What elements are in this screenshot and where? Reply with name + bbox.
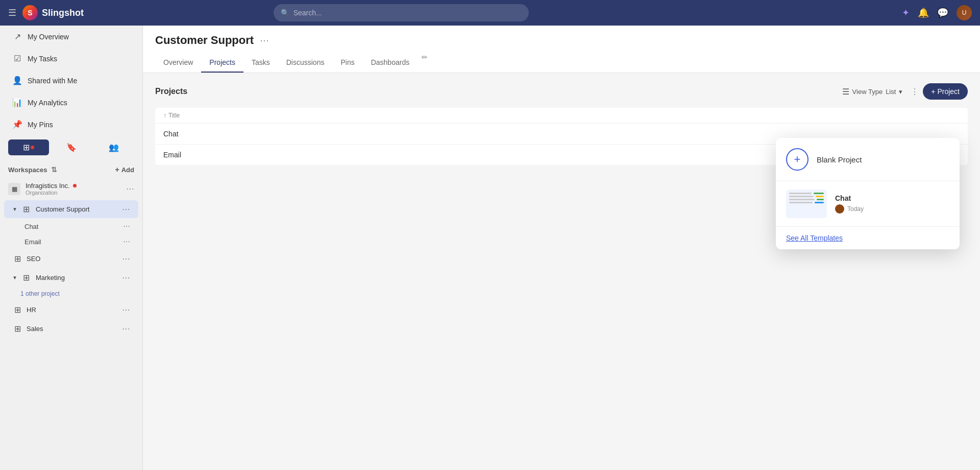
- subproject-more-icon[interactable]: ⋯: [123, 222, 130, 230]
- tab-pins[interactable]: Pins: [332, 53, 362, 73]
- sidebar-item-label: My Pins: [28, 121, 53, 129]
- tab-dot: [31, 146, 34, 149]
- org-dot: [73, 184, 77, 187]
- add-workspace-button[interactable]: + Add: [115, 166, 134, 174]
- template-avatar: [835, 204, 844, 214]
- workspace-sales[interactable]: ⊞ Sales ⋯: [4, 320, 138, 338]
- sidebar-item-my-analytics[interactable]: 📊 My Analytics: [4, 92, 138, 112]
- add-icon: +: [115, 166, 119, 174]
- workspace-seo[interactable]: ⊞ SEO ⋯: [4, 250, 138, 268]
- projects-section: Projects ☰ View Type List ▾ ⋮ + Project …: [143, 73, 980, 470]
- subproject-more-icon[interactable]: ⋯: [123, 238, 130, 246]
- projects-header: Projects ☰ View Type List ▾ ⋮ + Project: [155, 83, 968, 100]
- tab-people[interactable]: 👥: [93, 139, 134, 155]
- tab-dashboards[interactable]: Dashboards: [363, 53, 418, 73]
- sparkle-icon[interactable]: ✦: [902, 7, 910, 18]
- project-more-icon[interactable]: ⋯: [122, 254, 130, 264]
- pins-icon: 📌: [12, 120, 22, 129]
- project-more-icon[interactable]: ⋯: [122, 273, 130, 283]
- project-name: Sales: [27, 325, 118, 333]
- org-info: Infragistics Inc. Organization: [26, 182, 121, 196]
- sidebar-item-label: My Tasks: [28, 55, 57, 63]
- projects-title: Projects: [155, 87, 838, 96]
- tab-projects[interactable]: Projects: [201, 53, 243, 73]
- arrow-down-icon: ▼: [12, 275, 17, 280]
- project-name: HR: [27, 306, 118, 314]
- search-bar[interactable]: 🔍: [274, 4, 529, 21]
- title-more-icon[interactable]: ⋯: [260, 35, 269, 46]
- blank-project-option[interactable]: + Blank Project: [776, 138, 960, 181]
- org-name: Infragistics Inc.: [26, 182, 121, 190]
- shared-icon: 👤: [12, 76, 22, 85]
- template-name: Chat: [835, 194, 949, 202]
- workspace-marketing[interactable]: ▼ ⊞ Marketing ⋯: [4, 269, 138, 287]
- org-sub: Organization: [26, 190, 121, 196]
- sidebar-item-my-overview[interactable]: ↗ My Overview: [4, 27, 138, 46]
- sidebar-item-label: My Analytics: [28, 99, 67, 107]
- row-title: Email: [163, 151, 181, 159]
- app-logo[interactable]: S Slingshot: [22, 5, 84, 20]
- sort-icon[interactable]: ⇅: [51, 166, 57, 174]
- sidebar-item-label: Shared with Me: [28, 77, 77, 85]
- top-nav: ☰ S Slingshot 🔍 ✦ 🔔 💬 U: [0, 0, 980, 26]
- sidebar-item-label: My Overview: [28, 33, 69, 41]
- my-overview-icon: ↗: [12, 32, 22, 41]
- project-more-icon[interactable]: ⋯: [122, 324, 130, 334]
- org-more-icon[interactable]: ⋯: [126, 184, 134, 194]
- view-list-label: List: [886, 88, 896, 96]
- tab-bookmarks[interactable]: 🔖: [51, 139, 92, 155]
- subproject-email[interactable]: Email ⋯: [4, 234, 138, 249]
- template-time: Today: [847, 205, 864, 213]
- subproject-label: Email: [24, 238, 41, 246]
- hamburger-icon[interactable]: ☰: [8, 7, 16, 18]
- row-title: Chat: [163, 130, 179, 138]
- add-label: Add: [121, 166, 134, 174]
- project-name: SEO: [27, 255, 118, 263]
- add-project-button[interactable]: + Project: [923, 83, 968, 100]
- bookmark-icon: 🔖: [66, 143, 77, 152]
- project-name: Marketing: [36, 274, 118, 281]
- app-name: Slingshot: [42, 8, 84, 18]
- view-type-button[interactable]: ☰ View Type List ▾: [838, 85, 907, 99]
- sidebar-tabs: ⊞ 🔖 👥: [0, 135, 142, 159]
- avatar[interactable]: U: [957, 5, 972, 20]
- table-header: ↑ Title: [155, 108, 968, 124]
- nav-right: ✦ 🔔 💬 U: [902, 5, 972, 20]
- edit-icon[interactable]: ✏: [422, 53, 428, 73]
- project-more-icon[interactable]: ⋯: [122, 204, 130, 214]
- blank-project-label: Blank Project: [817, 155, 862, 164]
- sidebar: ↗ My Overview ☑ My Tasks 👤 Shared with M…: [0, 26, 143, 470]
- chat-icon[interactable]: 💬: [937, 7, 948, 18]
- workspaces-label: Workspaces: [8, 166, 47, 174]
- template-info: Chat Today: [835, 194, 949, 214]
- other-project-link[interactable]: 1 other project: [0, 287, 142, 300]
- layers-icon: ⊞: [23, 143, 30, 152]
- chevron-down-icon: ▾: [899, 88, 902, 96]
- workspace-customer-support[interactable]: ▼ ⊞ Customer Support ⋯: [4, 200, 138, 218]
- sidebar-item-my-tasks[interactable]: ☑ My Tasks: [4, 49, 138, 68]
- project-more-icon[interactable]: ⋯: [122, 305, 130, 315]
- projects-more-icon[interactable]: ⋮: [911, 87, 919, 97]
- view-type-label: View Type: [852, 88, 883, 96]
- analytics-icon: 📊: [12, 98, 22, 107]
- layers-icon: ⊞: [12, 324, 22, 334]
- search-input[interactable]: [293, 9, 522, 17]
- sidebar-item-my-pins[interactable]: 📌 My Pins: [4, 114, 138, 134]
- tab-tasks[interactable]: Tasks: [243, 53, 278, 73]
- page-title: Customer Support: [155, 34, 254, 47]
- sidebar-item-shared-with-me[interactable]: 👤 Shared with Me: [4, 70, 138, 90]
- sort-asc-icon: ↑: [163, 112, 166, 119]
- subproject-chat[interactable]: Chat ⋯: [4, 219, 138, 233]
- template-meta: Today: [835, 204, 949, 214]
- see-all-templates-link[interactable]: See All Templates: [776, 227, 960, 249]
- tab-overview[interactable]: Overview: [155, 53, 201, 73]
- workspace-hr[interactable]: ⊞ HR ⋯: [4, 301, 138, 319]
- tab-layers[interactable]: ⊞: [8, 139, 49, 155]
- org-icon: ▦: [8, 183, 20, 195]
- layers-icon: ⊞: [21, 204, 32, 214]
- tab-discussions[interactable]: Discussions: [278, 53, 333, 73]
- template-preview: [786, 190, 827, 218]
- org-item[interactable]: ▦ Infragistics Inc. Organization ⋯: [0, 178, 142, 200]
- bell-icon[interactable]: 🔔: [918, 7, 929, 18]
- template-chat-option[interactable]: Chat Today: [776, 181, 960, 227]
